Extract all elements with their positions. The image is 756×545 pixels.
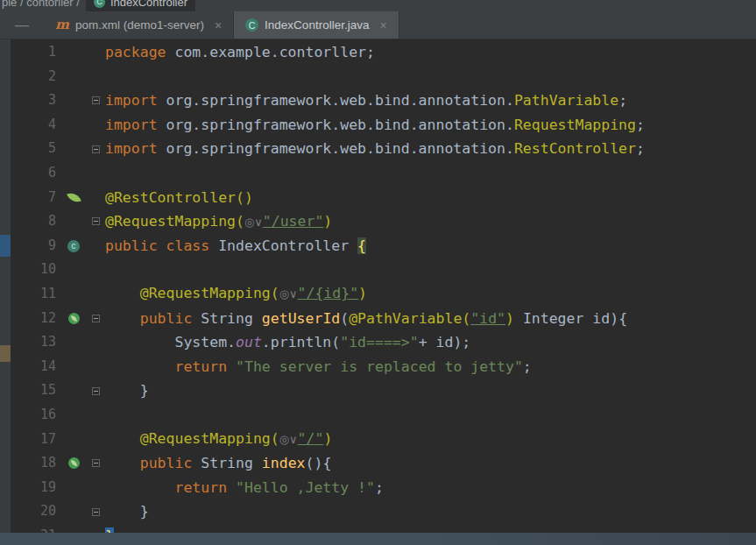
tab-bar-dash-icon[interactable]: —	[0, 11, 44, 39]
code-token: PathVariable	[514, 92, 618, 109]
code-token: )	[323, 213, 332, 230]
line-number[interactable]: 8	[11, 209, 61, 234]
spring-bean-icon[interactable]	[68, 313, 80, 324]
code-line[interactable]: 20 }	[0, 499, 756, 524]
line-number[interactable]: 5	[11, 137, 61, 161]
code-line[interactable]: 4import org.springframework.web.bind.ann…	[0, 113, 756, 138]
class-icon: C	[94, 0, 105, 8]
line-number[interactable]: 16	[11, 403, 61, 428]
close-icon[interactable]: ×	[379, 18, 386, 32]
fold-marker[interactable]	[92, 217, 100, 225]
tool-stripe-mark	[0, 345, 11, 362]
code-line[interactable]: 10	[0, 258, 756, 282]
code-line[interactable]: 19 return "Hello ,Jetty !";	[0, 476, 756, 500]
line-number[interactable]: 7	[11, 186, 61, 210]
url-mapping-link[interactable]: "/user"	[263, 213, 324, 230]
fold-marker[interactable]	[92, 315, 100, 322]
fold-marker[interactable]	[92, 387, 100, 395]
left-tool-stripe	[0, 39, 11, 533]
code-token: RequestMapping	[514, 117, 636, 133]
code-line[interactable]: 2	[0, 65, 756, 89]
code-token: ;	[636, 140, 645, 157]
fold-marker[interactable]	[92, 459, 100, 467]
code-line[interactable]: 16	[0, 403, 756, 428]
code-line[interactable]: 7@RestController()	[0, 186, 756, 210]
code-text: return "Hello ,Jetty !";	[105, 476, 384, 500]
spring-leaf-icon[interactable]	[67, 190, 81, 205]
line-number[interactable]: 12	[11, 307, 61, 331]
code-line[interactable]: 5import org.springframework.web.bind.ann…	[0, 137, 756, 161]
class-icon: C	[245, 18, 258, 32]
code-token: "Hello ,Jetty !"	[236, 479, 375, 496]
url-mapping-link[interactable]: "/{id}"	[298, 285, 359, 301]
fold-marker[interactable]	[92, 508, 100, 516]
code-token: return	[174, 479, 227, 496]
line-number[interactable]: 1	[11, 40, 61, 65]
code-editor[interactable]: 1package com.example.contorller;23import…	[0, 39, 756, 545]
code-text: @RequestMapping(◎∨"/")	[105, 427, 332, 452]
line-number[interactable]: 18	[11, 451, 61, 476]
line-number[interactable]: 9	[11, 234, 61, 258]
code-token	[227, 479, 236, 496]
code-line[interactable]: 14 return "The server is replaced to jet…	[0, 355, 756, 379]
fold-marker[interactable]	[92, 145, 100, 153]
breadcrumb[interactable]: ple / contorller /	[2, 0, 80, 9]
line-number[interactable]: 2	[11, 65, 61, 89]
code-token: @PathVariable(	[349, 310, 470, 327]
param-hint-icon: ◎∨	[279, 433, 298, 446]
code-token	[105, 285, 140, 301]
line-number[interactable]: 19	[11, 476, 61, 500]
code-token: return	[174, 358, 227, 375]
tab-pom-xml[interactable]: m pom.xml (demo1-server) ×	[44, 11, 234, 39]
fold-marker[interactable]	[92, 96, 100, 104]
bottom-panel-edge[interactable]	[0, 533, 756, 545]
code-token: public	[140, 455, 193, 471]
code-text: }	[105, 499, 149, 524]
line-number[interactable]: 11	[11, 282, 61, 307]
code-line[interactable]: 13 System.out.println("id====>"+ id);	[0, 330, 756, 355]
line-number[interactable]: 20	[11, 499, 61, 524]
code-line[interactable]: 8@RequestMapping(◎∨"/user")	[0, 209, 756, 234]
code-token: IndexController	[209, 237, 357, 254]
code-token: Integer id){	[514, 310, 627, 327]
ide-window: ple / contorller / C IndexController — m…	[0, 0, 756, 545]
url-mapping-link[interactable]: "/"	[298, 430, 324, 447]
line-number[interactable]: 10	[11, 258, 61, 282]
code-text: package com.example.contorller;	[105, 40, 375, 65]
code-text: return "The server is replaced to jetty"…	[105, 355, 532, 379]
code-line[interactable]: 6	[0, 161, 756, 186]
code-text: import org.springframework.web.bind.anno…	[105, 113, 645, 138]
breadcrumb-current-item[interactable]: C IndexController	[86, 0, 195, 11]
line-number[interactable]: 14	[11, 355, 61, 379]
breadcrumb-bar: ple / contorller / C IndexController	[0, 0, 756, 11]
code-text: public String index(){	[105, 451, 331, 476]
code-text: import org.springframework.web.bind.anno…	[105, 88, 627, 113]
code-token: )	[358, 285, 367, 301]
class-icon[interactable]: c	[67, 240, 80, 252]
code-token: org.springframework.web.bind.annotation.	[158, 117, 514, 133]
code-token: ;	[523, 358, 532, 375]
code-line[interactable]: 12 public String getUserId(@PathVariable…	[0, 307, 756, 331]
code-line[interactable]: 3import org.springframework.web.bind.ann…	[0, 88, 756, 113]
line-number[interactable]: 15	[11, 379, 61, 403]
line-number[interactable]: 6	[11, 161, 61, 186]
code-line[interactable]: 18 public String index(){	[0, 451, 756, 476]
code-line[interactable]: 1package com.example.contorller;	[0, 40, 756, 65]
url-mapping-link[interactable]: "id"	[470, 310, 505, 327]
close-icon[interactable]: ×	[215, 18, 222, 32]
code-text: System.out.println("id====>"+ id);	[105, 330, 470, 355]
code-line[interactable]: 15 }	[0, 379, 756, 403]
code-line[interactable]: 9cpublic class IndexController {	[0, 234, 756, 258]
line-number[interactable]: 4	[11, 113, 61, 138]
line-number[interactable]: 13	[11, 330, 61, 355]
code-line[interactable]: 17 @RequestMapping(◎∨"/")	[0, 428, 756, 452]
code-token: )	[323, 430, 332, 447]
code-token: {	[357, 237, 366, 254]
line-number[interactable]: 17	[11, 428, 61, 452]
spring-bean-icon[interactable]	[68, 457, 80, 469]
tab-label: IndexController.java	[265, 18, 369, 32]
code-line[interactable]: 11 @RequestMapping(◎∨"/{id}")	[0, 282, 756, 307]
code-token: (	[340, 310, 349, 327]
tab-indexcontroller-java[interactable]: C IndexController.java ×	[234, 11, 399, 39]
line-number[interactable]: 3	[11, 88, 61, 113]
